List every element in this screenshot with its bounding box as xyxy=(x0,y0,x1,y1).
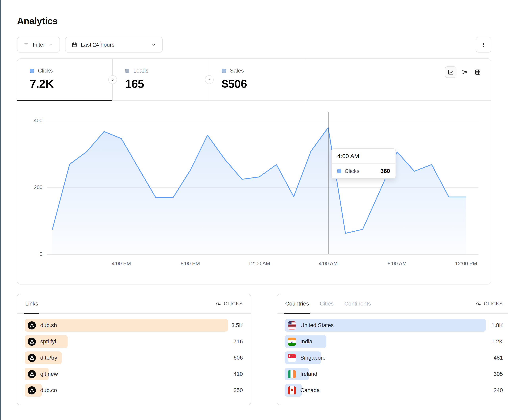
analytics-card: Clicks 7.2K Leads 165 Sales $506 xyxy=(17,58,491,284)
sg-flag-icon xyxy=(288,354,296,362)
line-chart-icon xyxy=(447,69,454,75)
item-label: dub.co xyxy=(40,387,57,393)
click-cursor-icon xyxy=(476,301,481,307)
more-options-button[interactable] xyxy=(476,37,491,52)
item-value: 3.5K xyxy=(231,322,243,328)
item-value: 410 xyxy=(233,371,243,377)
tab-leads[interactable]: Leads 165 xyxy=(113,59,209,101)
links-metric-selector[interactable]: CLICKS xyxy=(216,294,243,313)
chevron-down-icon xyxy=(48,42,53,47)
tab-clicks[interactable]: Clicks 7.2K xyxy=(17,59,113,101)
leads-label: Leads xyxy=(133,68,148,74)
filter-icon xyxy=(23,42,29,48)
tab-sales[interactable]: Sales $506 xyxy=(209,59,306,101)
item-label: d.to/try xyxy=(40,355,57,361)
svg-text:0: 0 xyxy=(40,251,42,257)
item-label: spti.fyi xyxy=(40,338,56,345)
ca-flag-icon xyxy=(288,386,296,394)
list-item[interactable]: spti.fyi716 xyxy=(25,335,243,348)
clicks-value: 7.2K xyxy=(30,77,112,90)
item-label: Singapore xyxy=(300,355,326,361)
tab-countries[interactable]: Countries xyxy=(285,294,309,313)
links-list: dub.sh3.5Kspti.fyi716d.to/try606git.new4… xyxy=(17,314,251,397)
countries-panel: Countries Cities Continents CLICKS Unite… xyxy=(277,294,508,405)
svg-text:12:00 AM: 12:00 AM xyxy=(248,261,270,267)
window-edge-accent xyxy=(0,0,0,420)
svg-text:8:00 PM: 8:00 PM xyxy=(181,261,200,267)
tab-cities[interactable]: Cities xyxy=(320,294,334,313)
list-item[interactable]: United States1.8K xyxy=(285,319,503,332)
item-value: 240 xyxy=(493,387,503,393)
svg-text:400: 400 xyxy=(34,117,42,123)
tooltip-legend-square xyxy=(337,169,341,173)
countries-metric-selector[interactable]: CLICKS xyxy=(476,294,503,313)
links-panel-header: Links CLICKS xyxy=(17,294,251,314)
svg-text:12:00 PM: 12:00 PM xyxy=(455,261,477,267)
list-item[interactable]: git.new410 xyxy=(25,368,243,380)
click-cursor-icon xyxy=(216,301,221,307)
line-chart-view-button[interactable] xyxy=(445,66,456,78)
expand-clicks-leads-button[interactable] xyxy=(108,75,117,84)
tooltip-series-label: Clicks xyxy=(344,168,377,174)
sales-label: Sales xyxy=(230,68,244,74)
list-item[interactable]: dub.sh3.5K xyxy=(25,319,243,332)
table-view-button[interactable] xyxy=(472,66,483,78)
chevron-right-icon xyxy=(111,78,115,82)
dub-logo-icon xyxy=(28,338,36,346)
links-panel: Links CLICKS dub.sh3.5Kspti.fyi716d.to/t… xyxy=(17,294,251,405)
tooltip-time: 4:00 AM xyxy=(332,149,396,164)
countries-list: United States1.8KIndia1.2KSingapore481Ir… xyxy=(277,314,508,397)
ie-flag-icon xyxy=(288,370,296,378)
dub-logo-icon xyxy=(28,386,36,394)
chart-tooltip: 4:00 AM Clicks 380 xyxy=(331,148,396,179)
item-label: Canada xyxy=(300,387,320,393)
grid-table-icon xyxy=(474,69,481,75)
item-label: United States xyxy=(300,322,334,328)
dub-logo-icon xyxy=(28,354,36,362)
tab-continents[interactable]: Continents xyxy=(344,294,371,313)
clicks-area-chart[interactable]: 02004004:00 PM8:00 PM12:00 AM4:00 AM8:00… xyxy=(17,101,491,284)
chevron-right-icon xyxy=(207,78,211,82)
clicks-legend-square xyxy=(30,69,34,73)
kebab-menu-icon xyxy=(481,42,486,48)
item-value: 606 xyxy=(233,355,243,361)
sales-legend-square xyxy=(222,69,226,73)
countries-metric-label: CLICKS xyxy=(484,301,503,306)
svg-text:4:00 AM: 4:00 AM xyxy=(319,261,338,267)
tab-links[interactable]: Links xyxy=(25,294,38,313)
list-item[interactable]: Singapore481 xyxy=(285,351,503,364)
expand-leads-sales-button[interactable] xyxy=(205,75,214,84)
clicks-label: Clicks xyxy=(38,68,53,74)
tooltip-value: 380 xyxy=(381,168,390,174)
list-item[interactable]: dub.co350 xyxy=(25,384,243,397)
svg-text:200: 200 xyxy=(34,184,42,190)
dub-logo-icon xyxy=(28,370,36,378)
item-label: dub.sh xyxy=(40,322,57,328)
chart-type-switch xyxy=(445,66,483,78)
in-flag-icon xyxy=(288,338,296,346)
filter-button-label: Filter xyxy=(33,42,45,48)
item-value: 716 xyxy=(233,338,243,345)
list-item[interactable]: India1.2K xyxy=(285,335,503,348)
chart-canvas: 02004004:00 PM8:00 PM12:00 AM4:00 AM8:00… xyxy=(17,101,491,284)
funnel-chart-icon xyxy=(461,69,468,75)
item-value: 1.2K xyxy=(491,338,503,345)
list-item[interactable]: Canada240 xyxy=(285,384,503,397)
item-label: India xyxy=(300,338,312,345)
countries-panel-header: Countries Cities Continents CLICKS xyxy=(277,294,508,314)
us-flag-icon xyxy=(288,321,296,329)
item-value: 350 xyxy=(233,387,243,393)
calendar-icon xyxy=(71,42,77,48)
funnel-view-button[interactable] xyxy=(458,66,470,78)
svg-text:4:00 PM: 4:00 PM xyxy=(112,261,131,267)
filter-button[interactable]: Filter xyxy=(17,37,60,52)
stats-tabs-row: Clicks 7.2K Leads 165 Sales $506 xyxy=(17,59,491,101)
date-range-button[interactable]: Last 24 hours xyxy=(65,37,163,52)
list-item[interactable]: d.to/try606 xyxy=(25,351,243,364)
links-metric-label: CLICKS xyxy=(224,301,243,306)
dub-logo-icon xyxy=(28,321,36,329)
toolbar: Filter Last 24 hours xyxy=(17,37,163,52)
date-range-label: Last 24 hours xyxy=(81,42,114,48)
chevron-down-icon xyxy=(151,42,156,47)
list-item[interactable]: Ireland305 xyxy=(285,368,503,380)
